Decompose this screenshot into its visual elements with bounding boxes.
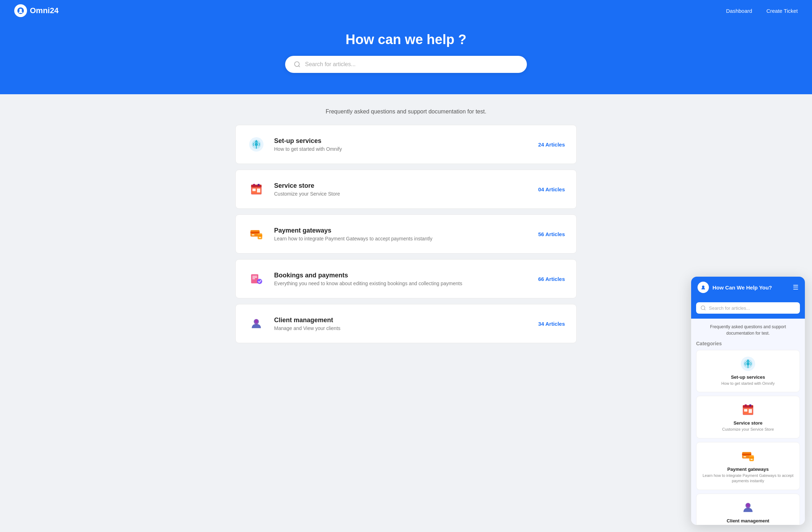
widget-category-card-w-service-store[interactable]: Service store Customize your Service Sto…	[696, 396, 800, 438]
svg-rect-36	[744, 409, 747, 412]
category-card-payment-gateways[interactable]: Payment gateways Learn how to integrate …	[235, 214, 577, 254]
category-info-service-store: Service store Customize your Service Sto…	[274, 182, 530, 197]
svg-point-49	[746, 503, 750, 507]
category-card-setup-services[interactable]: Set-up services How to get started with …	[235, 125, 577, 164]
category-title-setup-services: Set-up services	[274, 137, 530, 145]
svg-point-28	[702, 286, 705, 288]
svg-rect-45	[749, 457, 754, 459]
dashboard-link[interactable]: Dashboard	[726, 8, 752, 14]
svg-line-3	[299, 66, 300, 67]
create-ticket-link[interactable]: Create Ticket	[766, 8, 798, 14]
svg-rect-9	[252, 188, 256, 191]
widget-cat-desc-w-service-store: Customize your Service Store	[722, 427, 774, 432]
svg-rect-42	[742, 453, 752, 455]
widget-cat-title-w-client-management: Client management	[727, 518, 769, 523]
widget-search-input[interactable]	[709, 305, 796, 311]
widget-search-icon	[700, 305, 706, 311]
widget-cat-desc-w-payment-gateways: Learn how to integrate Payment Gateways …	[701, 473, 795, 484]
widget-category-card-w-client-management[interactable]: Client management Manage and View your c…	[696, 494, 800, 525]
category-desc-payment-gateways: Learn how to integrate Payment Gateways …	[274, 236, 530, 241]
widget-icon-w-setup-services	[740, 356, 756, 372]
category-title-bookings-payments: Bookings and payments	[274, 272, 530, 279]
category-card-service-store[interactable]: Service store Customize your Service Sto…	[235, 170, 577, 209]
widget-cat-desc-w-client-management: Manage and View your clients	[722, 525, 774, 525]
help-widget: How Can We Help You? ☰ Frequently asked …	[691, 277, 805, 525]
svg-point-1	[19, 9, 22, 11]
hero-search-input[interactable]	[305, 61, 518, 68]
category-title-service-store: Service store	[274, 182, 530, 190]
header: Omni24 Dashboard Create Ticket	[0, 0, 812, 21]
category-card-client-management[interactable]: Client management Manage and View your c…	[235, 304, 577, 343]
svg-rect-37	[749, 409, 752, 413]
faq-description: Frequently asked questions and support d…	[235, 108, 577, 115]
svg-rect-46	[750, 459, 753, 460]
category-title-client-management: Client management	[274, 316, 530, 324]
category-info-payment-gateways: Payment gateways Learn how to integrate …	[274, 227, 530, 241]
category-card-bookings-payments[interactable]: Bookings and payments Everything you nee…	[235, 259, 577, 298]
widget-icon-w-service-store	[740, 402, 756, 417]
category-icon-client-management	[247, 314, 266, 333]
article-count-client-management: 34 Articles	[538, 321, 565, 327]
article-count-service-store: 04 Articles	[538, 186, 565, 192]
category-info-setup-services: Set-up services How to get started with …	[274, 137, 530, 152]
svg-point-2	[295, 62, 299, 66]
widget-body: Frequently asked questions and support d…	[691, 319, 805, 525]
category-desc-setup-services: How to get started with Omnify	[274, 146, 530, 152]
widget-title: How Can We Help You?	[712, 284, 772, 291]
svg-rect-13	[258, 184, 260, 186]
svg-rect-40	[749, 405, 752, 407]
category-desc-bookings-payments: Everything you need to know about editin…	[274, 281, 530, 286]
widget-icon-w-payment-gateways	[740, 448, 756, 464]
svg-rect-11	[251, 185, 261, 187]
article-count-bookings-payments: 66 Articles	[538, 276, 565, 282]
category-title-payment-gateways: Payment gateways	[274, 227, 530, 234]
widget-cat-desc-w-setup-services: How to get started with Omnify	[721, 381, 775, 386]
widget-cat-title-w-service-store: Service store	[733, 420, 763, 426]
main-content: Frequently asked questions and support d…	[228, 94, 584, 370]
logo-text: Omni24	[30, 6, 59, 15]
logo[interactable]: Omni24	[14, 4, 59, 17]
svg-rect-10	[257, 188, 260, 192]
menu-icon[interactable]: ☰	[793, 283, 798, 291]
hero-search-bar	[285, 56, 527, 73]
svg-rect-16	[252, 234, 254, 235]
article-count-payment-gateways: 56 Articles	[538, 231, 565, 237]
widget-categories-label: Categories	[696, 341, 800, 346]
svg-point-33	[746, 362, 749, 365]
widget-search-bar	[696, 302, 800, 314]
header-nav: Dashboard Create Ticket	[726, 8, 798, 14]
widget-icon-w-client-management	[740, 500, 756, 515]
widget-categories-list: Set-up services How to get started with …	[696, 350, 800, 525]
svg-rect-15	[251, 232, 260, 234]
svg-rect-12	[253, 184, 255, 186]
widget-search-area	[691, 298, 805, 319]
widget-category-card-w-payment-gateways[interactable]: Payment gateways Learn how to integrate …	[696, 442, 800, 490]
logo-icon	[14, 4, 27, 17]
widget-category-card-w-setup-services[interactable]: Set-up services How to get started with …	[696, 350, 800, 392]
category-desc-service-store: Customize your Service Store	[274, 191, 530, 197]
svg-rect-43	[743, 456, 746, 457]
widget-header: How Can We Help You? ☰	[691, 277, 805, 298]
categories-list: Set-up services How to get started with …	[235, 125, 577, 343]
svg-rect-39	[745, 405, 747, 407]
widget-avatar	[698, 282, 709, 293]
hero-section: How can we help ?	[0, 21, 812, 94]
widget-faq-description: Frequently asked questions and support d…	[696, 324, 800, 336]
widget-cat-title-w-payment-gateways: Payment gateways	[727, 467, 769, 472]
svg-point-29	[701, 306, 705, 310]
svg-line-30	[704, 309, 705, 310]
category-icon-service-store	[247, 180, 266, 198]
category-icon-payment-gateways	[247, 225, 266, 243]
svg-point-24	[257, 279, 262, 284]
category-icon-bookings-payments	[247, 270, 266, 288]
svg-rect-18	[258, 235, 262, 237]
hero-heading: How can we help ?	[14, 32, 798, 47]
search-icon	[294, 61, 301, 68]
svg-point-27	[255, 319, 258, 323]
category-info-bookings-payments: Bookings and payments Everything you nee…	[274, 272, 530, 286]
category-icon-setup-services	[247, 135, 266, 154]
widget-header-left: How Can We Help You?	[698, 282, 772, 293]
category-info-client-management: Client management Manage and View your c…	[274, 316, 530, 331]
svg-rect-38	[743, 405, 753, 408]
article-count-setup-services: 24 Articles	[538, 142, 565, 148]
